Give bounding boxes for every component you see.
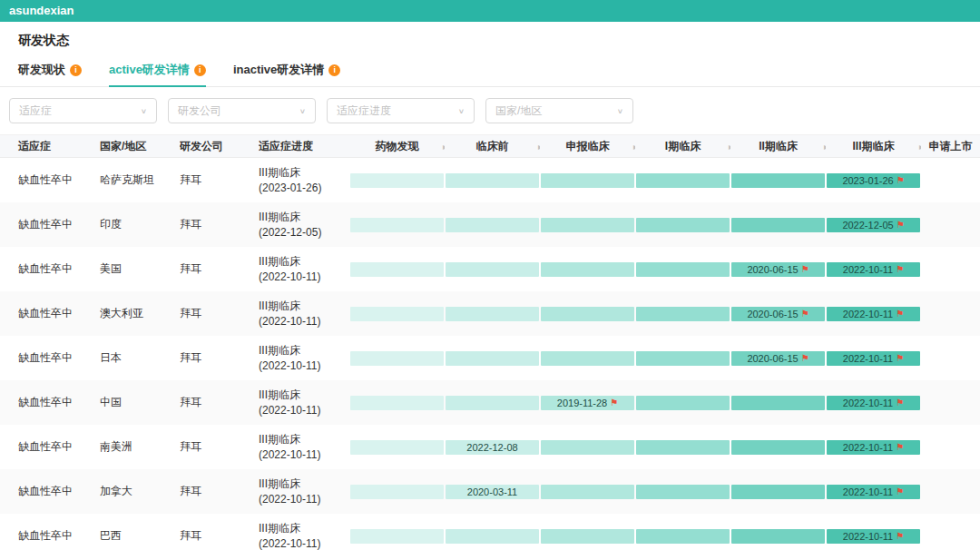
cell-region: 南美洲 [100, 439, 180, 455]
info-icon[interactable]: i [194, 64, 206, 76]
milestone-date: 2022-10-11 [843, 353, 893, 364]
phase-cell [635, 262, 730, 277]
progress-segment: 2020-06-15⚑ [731, 262, 825, 277]
table-header: 适应症国家/地区研发公司适应症进度药物发现▸临床前▸申报临床▸I期临床▸II期临… [0, 134, 980, 158]
filter-select-company[interactable]: 研发公司∨ [168, 98, 316, 123]
tab-active-rd-details[interactable]: active研发详情i [109, 62, 206, 86]
progress-date: (2023-01-26) [259, 181, 349, 196]
progress-segment: 2022-12-08 [446, 440, 539, 455]
phase-cell [349, 485, 445, 499]
progress-segment: 2022-10-11⚑ [827, 262, 920, 277]
section-title: 研发状态 [0, 22, 980, 58]
progress-segment [731, 218, 825, 232]
phase-cell: 2020-06-15⚑ [730, 307, 826, 321]
flag-icon: ⚑ [896, 265, 904, 274]
info-icon[interactable]: i [70, 64, 82, 76]
cell-region: 日本 [100, 350, 180, 366]
progress-segment: 2022-10-11⚑ [827, 351, 920, 366]
cell-progress: III期临床(2022-10-11) [259, 432, 349, 463]
tab-rd-overview[interactable]: 研发现状i [18, 62, 82, 86]
cell-company: 拜耳 [180, 306, 259, 321]
milestone-date: 2022-10-11 [843, 486, 893, 497]
phase-cell [445, 396, 540, 410]
cell-indication: 缺血性卒中 [0, 306, 100, 321]
progress-stage: III期临床 [259, 432, 349, 447]
progress-date: (2022-10-11) [259, 358, 349, 374]
progress-segment [636, 485, 730, 499]
flag-icon: ⚑ [896, 487, 904, 496]
cell-region: 巴西 [100, 528, 180, 544]
phase-cell [730, 218, 826, 232]
flag-icon: ⚑ [801, 354, 809, 363]
phase-column-header: 临床前▸ [445, 139, 540, 154]
progress-segment [636, 173, 730, 188]
filter-select-indication-progress[interactable]: 适应症进度∨ [327, 98, 475, 123]
flag-icon: ⚑ [896, 398, 904, 408]
phase-cell [540, 307, 635, 321]
phase-cell [349, 396, 445, 410]
phase-cell [635, 529, 730, 544]
phase-cell [730, 440, 826, 455]
cell-indication: 缺血性卒中 [0, 172, 100, 188]
chevron-down-icon: ∨ [617, 107, 623, 115]
filter-select-region[interactable]: 国家/地区∨ [485, 98, 633, 123]
progress-date: (2022-10-11) [259, 447, 349, 463]
cell-region: 哈萨克斯坦 [100, 172, 180, 188]
tab-inactive-rd-details[interactable]: inactive研发详情i [233, 62, 340, 86]
phase-column-header: II期临床▸ [730, 139, 826, 154]
tabs: 研发现状iactive研发详情iinactive研发详情i [0, 58, 980, 87]
progress-segment [731, 529, 825, 544]
progress-segment [446, 218, 539, 232]
cell-indication: 缺血性卒中 [0, 261, 100, 277]
progress-segment [350, 218, 444, 232]
progress-segment [446, 262, 539, 277]
app-header: asundexian [0, 0, 980, 22]
progress-segment [350, 529, 444, 544]
milestone-date: 2020-06-15 [747, 309, 798, 319]
phase-cell [445, 307, 540, 321]
progress-segment [541, 351, 634, 366]
cell-company: 拜耳 [180, 395, 259, 410]
cell-progress: III期临床(2022-10-11) [259, 388, 349, 418]
phase-label: 申请上市 [929, 140, 973, 152]
phase-label: II期临床 [759, 140, 798, 152]
progress-stage: III期临床 [259, 343, 349, 358]
progress-segment: 2022-10-11⚑ [827, 529, 920, 544]
table-row: 缺血性卒中加拿大拜耳III期临床(2022-10-11)2020-03-1120… [0, 469, 980, 514]
progress-segment [636, 440, 730, 455]
phase-cell: 2020-06-15⚑ [730, 351, 826, 366]
filter-placeholder: 适应症 [19, 103, 52, 119]
table-row: 缺血性卒中中国拜耳III期临床(2022-10-11)2019-11-28⚑20… [0, 380, 980, 425]
progress-date: (2022-10-11) [259, 536, 349, 550]
phase-cell [445, 262, 540, 277]
phase-cell: 2022-10-11⚑ [826, 396, 921, 410]
progress-segment [636, 529, 730, 544]
progress-segment: 2022-10-11⚑ [827, 485, 920, 499]
phase-cell: 2022-12-05⚑ [826, 218, 921, 232]
filter-select-indication[interactable]: 适应症∨ [9, 98, 157, 123]
table-row: 缺血性卒中巴西拜耳III期临床(2022-10-11)2022-10-11⚑ [0, 514, 980, 550]
milestone-date: 2022-10-11 [843, 531, 893, 542]
progress-segment [636, 262, 730, 277]
flag-icon: ⚑ [897, 176, 905, 185]
progress-segment [446, 351, 539, 366]
phase-cell [445, 351, 540, 366]
cell-progress: III期临床(2022-10-11) [259, 299, 349, 329]
info-icon[interactable]: i [328, 64, 340, 76]
milestone-date: 2023-01-26 [842, 175, 893, 186]
phase-cell: 2022-10-11⚑ [826, 262, 921, 277]
table-row: 缺血性卒中印度拜耳III期临床(2022-12-05)2022-12-05⚑ [0, 202, 980, 247]
flag-icon: ⚑ [896, 309, 904, 319]
cell-indication: 缺血性卒中 [0, 350, 100, 366]
cell-region: 加拿大 [100, 484, 180, 499]
filter-bar: 适应症∨研发公司∨适应症进度∨国家/地区∨ [0, 87, 980, 134]
progress-segment [446, 529, 539, 544]
milestone-date: 2022-10-11 [843, 398, 893, 408]
progress-segment [350, 262, 444, 277]
phase-cell: 2022-10-11⚑ [826, 440, 921, 455]
flag-icon: ⚑ [896, 443, 904, 452]
phase-column-header: III期临床▸ [826, 139, 921, 154]
progress-stage: III期临床 [259, 210, 349, 225]
cell-progress: III期临床(2022-10-11) [259, 476, 349, 507]
phase-cell [445, 173, 540, 188]
